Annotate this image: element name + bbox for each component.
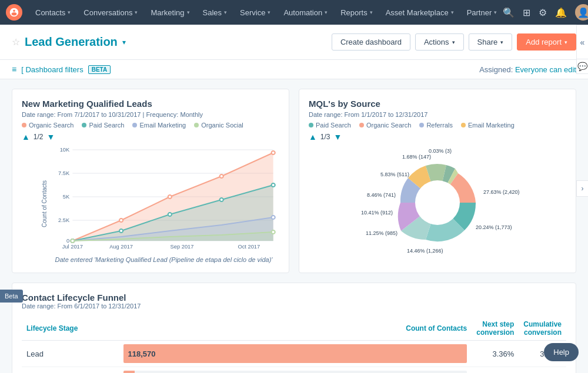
- everyone-can-edit-link[interactable]: Everyone can edit: [515, 65, 576, 74]
- dashboard-filters-label[interactable]: [ Dashboard filters: [21, 65, 83, 74]
- apps-icon[interactable]: ⊞: [523, 7, 530, 18]
- legend-paid-search: Paid Search: [82, 122, 124, 129]
- hubspot-logo[interactable]: [6, 4, 22, 21]
- chevron-down-icon: ▾: [268, 9, 270, 15]
- next-arrow-icon[interactable]: ▼: [334, 132, 342, 142]
- nav-conversations[interactable]: Conversations ▾: [78, 6, 143, 19]
- card2-pagination: ▲ 1/3 ▼: [309, 132, 566, 142]
- svg-text:10K: 10K: [60, 147, 70, 153]
- sidebar-collapse[interactable]: «: [576, 25, 588, 60]
- legend-organic-search: Organic Search: [359, 122, 411, 129]
- add-report-button[interactable]: Add report ▾: [517, 33, 576, 51]
- funnel-table: Lifecycle Stage Count of Contacts Next s…: [22, 317, 566, 373]
- svg-point-24: [272, 216, 275, 219]
- legend-dot: [194, 123, 199, 127]
- legend-dot: [461, 123, 466, 127]
- svg-text:7.5K: 7.5K: [58, 170, 69, 176]
- next-conversion: 3.36%: [472, 341, 519, 367]
- chevron-down-icon: ▾: [564, 39, 567, 45]
- page-title: Lead Generation: [25, 35, 118, 49]
- svg-text:2.5K: 2.5K: [58, 217, 69, 223]
- col-cumulative: Cumulative conversion: [519, 317, 566, 341]
- bar-cell: 118,570: [119, 341, 472, 367]
- page-header: ☆ Lead Generation ▾ Create dashboard Act…: [0, 25, 588, 60]
- donut-chart-svg: 27.63% (2,420) 20.24% (1,773) 14.46% (1,…: [338, 144, 537, 261]
- prev-arrow-icon[interactable]: ▲: [22, 132, 30, 142]
- nav-contacts[interactable]: Contacts ▾: [29, 6, 76, 19]
- nav-items: Contacts ▾ Conversations ▾ Marketing ▾ S…: [29, 6, 503, 19]
- filters-bar: ≡ [ Dashboard filters BETA Assigned: Eve…: [0, 60, 588, 79]
- nav-sales[interactable]: Sales ▾: [197, 6, 233, 19]
- title-dropdown-icon[interactable]: ▾: [122, 38, 126, 46]
- y-axis-label: Count of Contacts: [41, 180, 48, 227]
- svg-text:8.46% (741): 8.46% (741): [367, 192, 396, 198]
- charts-row: New Marketing Qualified Leads Date range…: [12, 89, 576, 273]
- legend-referrals: Referrals: [419, 122, 453, 129]
- col-count: Count of Contacts: [119, 317, 472, 341]
- next-arrow-icon[interactable]: ▼: [47, 132, 55, 142]
- svg-point-13: [168, 195, 172, 199]
- expand-right-icon[interactable]: ›: [576, 180, 588, 197]
- chevron-down-icon: ▾: [68, 9, 71, 15]
- bar-fill: [123, 371, 135, 373]
- nav-asset-marketplace[interactable]: Asset Marketplace ▾: [380, 6, 460, 19]
- search-icon[interactable]: 🔍: [503, 7, 514, 18]
- col-next-step: Next step conversion: [472, 317, 519, 341]
- svg-text:5K: 5K: [63, 194, 69, 200]
- nav-service[interactable]: Service ▾: [234, 6, 276, 19]
- card2-legend: Paid Search Organic Search Referrals Ema…: [309, 122, 566, 129]
- beta-tab[interactable]: Beta: [0, 290, 23, 303]
- share-button[interactable]: Share ▾: [469, 33, 513, 51]
- page-title-area: ☆ Lead Generation ▾: [12, 35, 126, 49]
- favorite-icon[interactable]: ☆: [12, 36, 20, 48]
- nav-reports[interactable]: Reports ▾: [335, 6, 379, 19]
- card1-title: New Marketing Qualified Leads: [22, 99, 279, 109]
- card1-pagination: ▲ 1/2 ▼: [22, 132, 279, 142]
- create-dashboard-button[interactable]: Create dashboard: [332, 33, 410, 51]
- line-chart: Count of Contacts 10K 7.5K 5K 2.5K 0: [22, 144, 279, 263]
- chevron-down-icon: ▾: [135, 9, 138, 15]
- chevron-down-icon: ▾: [370, 9, 373, 15]
- svg-point-32: [415, 180, 460, 225]
- svg-text:1.68% (147): 1.68% (147): [402, 154, 431, 160]
- svg-text:10.41% (912): 10.41% (912): [361, 210, 393, 216]
- funnel-subtitle: Date range: From 6/1/2017 to 12/31/2017: [22, 303, 566, 310]
- navigation: Contacts ▾ Conversations ▾ Marketing ▾ S…: [0, 0, 588, 25]
- legend-dot: [82, 123, 86, 127]
- chat-icon[interactable]: 💬: [576, 59, 588, 74]
- help-button[interactable]: Help: [544, 343, 579, 361]
- stage-label: Lead: [22, 341, 119, 367]
- nav-automation[interactable]: Automation ▾: [278, 6, 333, 19]
- legend-dot: [419, 123, 424, 127]
- legend-email-marketing: Email Marketing: [461, 122, 514, 129]
- nav-marketing[interactable]: Marketing ▾: [145, 6, 195, 19]
- beta-badge: BETA: [88, 65, 111, 74]
- cumulative-conversion: 1.42%: [519, 367, 566, 374]
- svg-text:27.63% (2,420): 27.63% (2,420): [483, 189, 520, 195]
- legend-dot: [22, 123, 26, 127]
- settings-icon[interactable]: ⚙: [539, 7, 547, 18]
- nav-partner[interactable]: Partner ▾: [461, 6, 503, 19]
- actions-button[interactable]: Actions ▾: [415, 33, 464, 51]
- nav-right: 🔍 ⊞ ⚙ 🔔 👤: [503, 4, 588, 21]
- funnel-header: Contact Lifecycle Funnel Date range: Fro…: [22, 293, 566, 310]
- svg-text:Aug 2017: Aug 2017: [109, 244, 133, 250]
- chevron-down-icon: ▾: [494, 9, 497, 15]
- svg-text:11.25% (985): 11.25% (985): [366, 230, 397, 236]
- chevron-down-icon: ▾: [187, 9, 190, 15]
- svg-text:5.83% (511): 5.83% (511): [380, 172, 409, 177]
- chevron-down-icon: ▾: [224, 9, 227, 15]
- table-row: Marketing Qualified Lead 3,984 42.22% 1.…: [22, 367, 566, 374]
- notifications-icon[interactable]: 🔔: [555, 7, 567, 18]
- card2-title: MQL's by Source: [309, 99, 566, 109]
- svg-point-18: [119, 229, 123, 233]
- legend-dot: [132, 123, 137, 127]
- filters-right: Assigned: Everyone can edit: [479, 65, 576, 74]
- avatar[interactable]: 👤: [575, 4, 588, 21]
- prev-arrow-icon[interactable]: ▲: [309, 132, 317, 142]
- bar-container: 3,984: [123, 371, 467, 373]
- chat-bubble-icon: 💬: [577, 62, 587, 71]
- header-actions: Create dashboard Actions ▾ Share ▾ Add r…: [332, 33, 576, 51]
- chevron-down-icon: ▾: [500, 39, 503, 45]
- main-content: New Marketing Qualified Leads Date range…: [0, 79, 588, 373]
